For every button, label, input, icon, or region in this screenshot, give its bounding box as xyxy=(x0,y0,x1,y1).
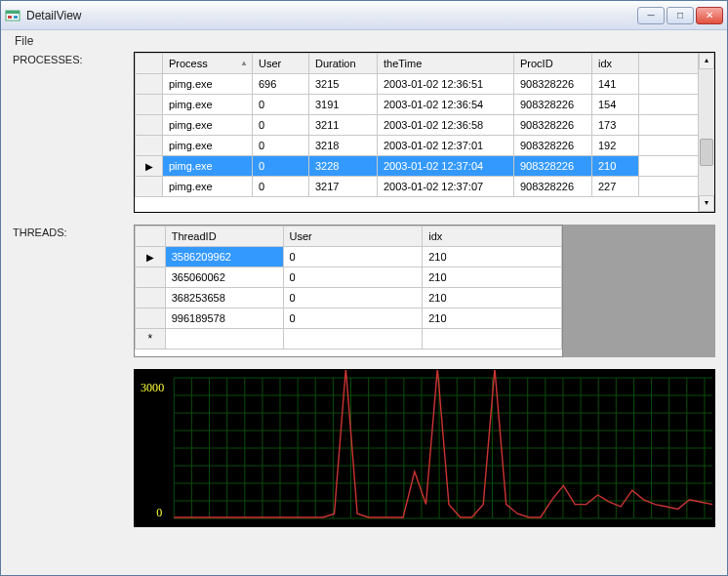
cell-user[interactable]: 0 xyxy=(253,156,309,177)
threads-area: ThreadID User idx ▶358620996202103650600… xyxy=(134,225,715,357)
cell-duration[interactable]: 3228 xyxy=(309,156,378,177)
row-header[interactable] xyxy=(136,288,166,309)
cell-threadid[interactable]: 368253658 xyxy=(165,288,283,309)
col-thr-user[interactable]: User xyxy=(283,226,423,247)
row-header[interactable]: ▶ xyxy=(136,247,166,267)
cell-thetime[interactable]: 2003-01-02 12:37:01 xyxy=(378,136,514,156)
cell-user[interactable]: 696 xyxy=(253,74,309,95)
cell-idx[interactable]: 210 xyxy=(423,288,562,309)
cell-idx[interactable]: 141 xyxy=(592,74,639,95)
cell-idx[interactable]: 227 xyxy=(592,177,639,197)
maximize-button[interactable]: □ xyxy=(667,7,694,24)
cell-duration[interactable]: 3217 xyxy=(309,177,378,197)
table-row[interactable]: pimg.exe032172003-01-02 12:37:0790832822… xyxy=(136,177,714,197)
table-row[interactable]: pimg.exe031912003-01-02 12:36:5490832822… xyxy=(136,95,714,115)
cell-process[interactable]: pimg.exe xyxy=(163,156,253,177)
cell-procid[interactable]: 908328226 xyxy=(514,74,592,95)
scroll-up-button[interactable]: ▴ xyxy=(699,53,714,69)
cell-duration[interactable]: 3211 xyxy=(309,115,378,136)
cell-duration[interactable]: 3191 xyxy=(309,95,378,115)
chart: 3000 0 xyxy=(134,369,715,527)
cell-idx[interactable]: 210 xyxy=(592,156,639,177)
cell-process[interactable]: pimg.exe xyxy=(163,115,253,136)
col-threadid[interactable]: ThreadID xyxy=(165,226,283,247)
cell-process[interactable]: pimg.exe xyxy=(163,136,253,156)
cell-user[interactable]: 0 xyxy=(253,95,309,115)
col-duration[interactable]: Duration xyxy=(309,54,378,74)
cell-idx[interactable]: 210 xyxy=(423,267,562,288)
row-header[interactable] xyxy=(136,309,166,329)
row-header[interactable] xyxy=(136,95,163,115)
cell-idx[interactable]: 192 xyxy=(592,136,639,156)
cell-idx[interactable]: 173 xyxy=(592,115,639,136)
cell-user[interactable]: 0 xyxy=(253,115,309,136)
table-row[interactable]: 3650600620210 xyxy=(136,267,562,288)
cell-threadid[interactable]: 365060062 xyxy=(165,267,283,288)
close-button[interactable]: ✕ xyxy=(696,7,723,24)
cell-threadid[interactable]: 996189578 xyxy=(165,309,283,329)
cell-user[interactable]: 0 xyxy=(283,288,423,309)
col-procid[interactable]: ProcID xyxy=(514,54,592,74)
row-header[interactable]: ▶ xyxy=(136,156,163,177)
cell-process[interactable]: pimg.exe xyxy=(163,95,253,115)
titlebar[interactable]: DetailView ─ □ ✕ xyxy=(1,1,727,30)
cell-procid[interactable]: 908328226 xyxy=(514,177,592,197)
cell-user[interactable]: 0 xyxy=(253,136,309,156)
table-row[interactable]: 3682536580210 xyxy=(136,288,562,309)
cell-user[interactable]: 0 xyxy=(283,309,423,329)
cell-thetime[interactable]: 2003-01-02 12:36:58 xyxy=(378,115,514,136)
minimize-button[interactable]: ─ xyxy=(637,7,665,24)
table-row[interactable]: pimg.exe032112003-01-02 12:36:5890832822… xyxy=(136,115,714,136)
scroll-thumb[interactable] xyxy=(700,139,713,166)
cell-user[interactable]: 0 xyxy=(283,247,423,267)
cell-thetime[interactable]: 2003-01-02 12:36:54 xyxy=(378,95,514,115)
row-header[interactable] xyxy=(136,115,163,136)
new-row-icon[interactable]: * xyxy=(136,329,166,350)
svg-rect-1 xyxy=(6,11,20,14)
row-header[interactable] xyxy=(136,74,163,95)
cell-user[interactable]: 0 xyxy=(283,267,423,288)
cell-idx[interactable]: 154 xyxy=(592,95,639,115)
cell-thetime[interactable]: 2003-01-02 12:36:51 xyxy=(378,74,514,95)
col-user[interactable]: User xyxy=(253,54,309,74)
app-icon xyxy=(5,8,20,23)
cell-threadid[interactable]: 3586209962 xyxy=(165,247,283,267)
col-thetime[interactable]: theTime xyxy=(378,54,514,74)
col-process[interactable]: Process▲ xyxy=(163,54,253,74)
table-row[interactable]: 9961895780210 xyxy=(136,309,562,329)
cell-procid[interactable]: 908328226 xyxy=(514,115,592,136)
current-row-icon: ▶ xyxy=(145,161,153,172)
row-header-corner[interactable] xyxy=(136,54,163,74)
cell-idx[interactable]: 210 xyxy=(423,247,562,267)
row-header[interactable] xyxy=(136,267,166,288)
cell-thetime[interactable]: 2003-01-02 12:37:07 xyxy=(378,177,514,197)
cell-procid[interactable]: 908328226 xyxy=(514,95,592,115)
cell-user[interactable]: 0 xyxy=(253,177,309,197)
cell-duration[interactable]: 3218 xyxy=(309,136,378,156)
menu-file[interactable]: File xyxy=(9,32,39,50)
cell-thetime[interactable]: 2003-01-02 12:37:04 xyxy=(378,156,514,177)
table-row[interactable]: ▶pimg.exe032282003-01-02 12:37:049083282… xyxy=(136,156,714,177)
cell-process[interactable]: pimg.exe xyxy=(163,74,253,95)
row-header-corner[interactable] xyxy=(136,226,166,247)
table-row[interactable]: pimg.exe69632152003-01-02 12:36:51908328… xyxy=(136,74,714,95)
cell-process[interactable]: pimg.exe xyxy=(163,177,253,197)
processes-scrollbar[interactable]: ▴ ▾ xyxy=(698,53,714,212)
threads-grid[interactable]: ThreadID User idx ▶358620996202103650600… xyxy=(134,225,563,357)
row-header[interactable] xyxy=(136,136,163,156)
col-idx[interactable]: idx xyxy=(592,54,639,74)
cell-idx[interactable]: 210 xyxy=(423,309,562,329)
row-header[interactable] xyxy=(136,177,163,197)
app-window: DetailView ─ □ ✕ File PROCESSES: Process… xyxy=(0,0,728,576)
svg-rect-3 xyxy=(14,16,18,19)
processes-grid[interactable]: Process▲ User Duration theTime ProcID id… xyxy=(134,52,715,213)
scroll-down-button[interactable]: ▾ xyxy=(699,195,714,212)
new-row[interactable]: * xyxy=(136,329,562,350)
cell-procid[interactable]: 908328226 xyxy=(514,156,592,177)
cell-duration[interactable]: 3215 xyxy=(309,74,378,95)
cell-procid[interactable]: 908328226 xyxy=(514,136,592,156)
table-row[interactable]: pimg.exe032182003-01-02 12:37:0190832822… xyxy=(136,136,714,156)
table-row[interactable]: ▶35862099620210 xyxy=(136,247,562,267)
col-thr-idx[interactable]: idx xyxy=(423,226,562,247)
ytick-min: 0 xyxy=(156,506,162,519)
